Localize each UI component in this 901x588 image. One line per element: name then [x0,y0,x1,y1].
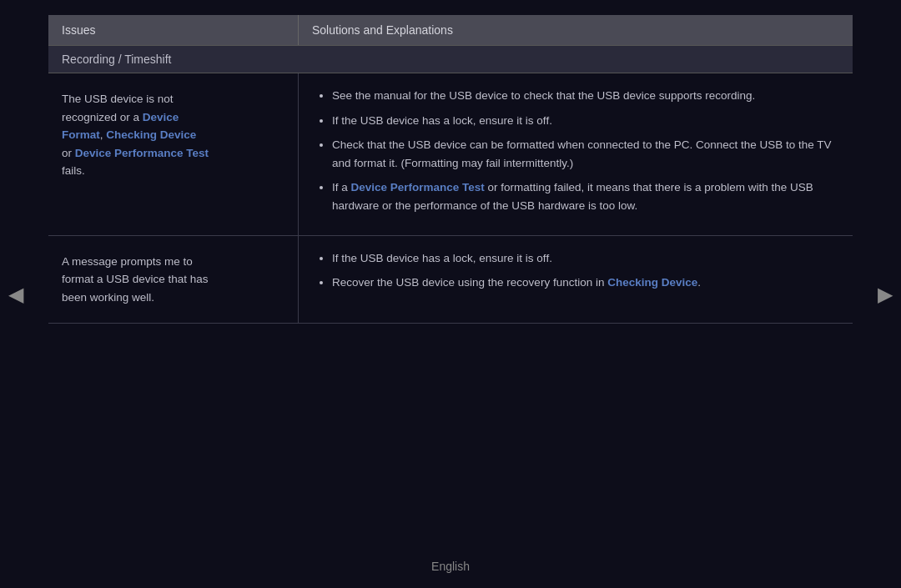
section-recording-timeshift: Recording / Timeshift [48,45,853,73]
solutions-cell-1: See the manual for the USB device to che… [299,73,853,235]
nav-left-arrow[interactable]: ◀ [8,283,23,306]
list-item: If a Device Performance Test or formatti… [332,178,836,214]
header-issues: Issues [48,15,299,45]
list-item: See the manual for the USB device to che… [332,87,836,105]
list-item: Recover the USB device using the recover… [332,274,836,292]
section-title: Recording / Timeshift [48,45,853,73]
list-item: Check that the USB device can be formatt… [332,136,836,172]
issue-cell-2: A message prompts me toformat a USB devi… [48,236,299,324]
issue-cell-1: The USB device is notrecognized or a Dev… [48,73,299,235]
list-item: If the USB device has a lock, ensure it … [332,112,836,130]
solutions-cell-2: If the USB device has a lock, ensure it … [299,236,853,324]
table-row: The USB device is notrecognized or a Dev… [48,73,853,236]
footer-language: English [431,560,470,573]
list-item: If the USB device has a lock, ensure it … [332,249,836,268]
issue-text-2: A message prompts me toformat a USB devi… [62,255,209,304]
header-solutions: Solutions and Explanations [299,15,853,45]
issue-text-1: The USB device is notrecognized or a Dev… [62,93,209,177]
table-header: Issues Solutions and Explanations [48,15,853,45]
main-content: Issues Solutions and Explanations Record… [48,15,853,555]
table-row: A message prompts me toformat a USB devi… [48,236,853,324]
nav-right-arrow[interactable]: ▶ [878,283,893,306]
